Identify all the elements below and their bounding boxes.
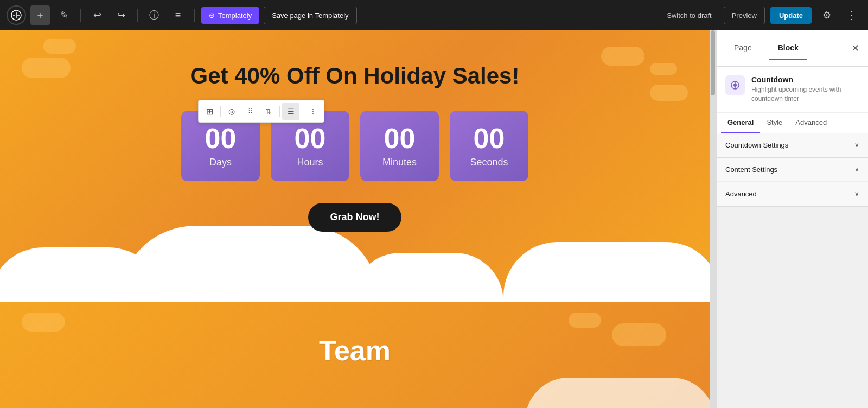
advanced-chevron: ∨	[854, 190, 859, 197]
top-toolbar: ＋ ✎ ↩ ↪ ⓘ ≡ ⊕ Templately Save page in Te…	[0, 0, 868, 30]
preview-button[interactable]: Preview	[724, 7, 765, 24]
info-button[interactable]: ⓘ	[144, 5, 164, 25]
advanced-label: Advanced	[725, 190, 757, 198]
page-content: ⊞ ◎ ⠿ ⇅ ☰	[0, 30, 710, 408]
arrows-icon: ⇅	[265, 107, 272, 116]
s2-deco-cloud-3	[569, 313, 601, 328]
main-area: ⊞ ◎ ⠿ ⇅ ☰	[0, 30, 868, 408]
sidebar-header: Page Block ✕	[717, 30, 868, 67]
float-divider-1	[220, 106, 221, 117]
cloud-bottom-right	[503, 242, 710, 302]
preview-label: Preview	[732, 11, 757, 20]
block-type-icon	[725, 75, 745, 95]
content-settings-chevron: ∨	[854, 165, 859, 173]
list-icon: ≡	[175, 10, 181, 21]
panel-tab-advanced[interactable]: Advanced	[789, 113, 833, 133]
block-info: Countdown Highlight upcoming events with…	[717, 67, 868, 113]
floating-toolbar: ⊞ ◎ ⠿ ⇅ ☰	[198, 100, 324, 123]
float-divider-2	[279, 106, 280, 117]
accordion-advanced: Advanced ∨	[717, 182, 868, 207]
sidebar-close-button[interactable]: ✕	[851, 42, 859, 54]
block-text: Countdown Highlight upcoming events with…	[751, 75, 859, 104]
hours-value: 00	[295, 124, 326, 152]
save-label: Save page in Templately	[272, 11, 348, 20]
templately-label: Templately	[218, 11, 252, 20]
save-page-button[interactable]: Save page in Templately	[264, 7, 356, 24]
block-type-button[interactable]: ⊞	[201, 103, 218, 120]
panel-tab-general[interactable]: General	[721, 113, 760, 133]
advanced-header[interactable]: Advanced ∨	[717, 182, 868, 206]
update-button[interactable]: Update	[770, 7, 812, 24]
team-title: Team	[319, 334, 391, 367]
s2-deco-cloud-2	[612, 323, 666, 346]
toolbar-divider-2	[137, 9, 138, 22]
panel-tab-style[interactable]: Style	[760, 113, 789, 133]
minutes-value: 00	[384, 124, 416, 152]
canvas-wrapper: ⊞ ◎ ⠿ ⇅ ☰	[0, 30, 716, 408]
more-float-button[interactable]: ⋮	[304, 103, 322, 120]
more-float-icon: ⋮	[309, 107, 317, 116]
arrows-button[interactable]: ⇅	[260, 103, 277, 120]
countdown-container: 00 Days 00 Hours 00 Minutes 00	[22, 111, 688, 181]
deco-cloud-3	[43, 39, 76, 54]
seconds-value: 00	[474, 124, 505, 152]
cta-label: Grab Now!	[330, 212, 379, 222]
drag-button[interactable]: ⠿	[241, 103, 259, 120]
countdown-settings-label: Countdown Settings	[725, 141, 788, 149]
switch-draft-button[interactable]: Switch to draft	[660, 7, 718, 24]
target-icon: ◎	[228, 107, 235, 116]
content-settings-label: Content Settings	[725, 165, 777, 174]
toolbar-right: Switch to draft Preview Update ⚙ ⋮	[660, 5, 861, 25]
templately-button[interactable]: ⊕ Templately	[201, 7, 259, 24]
countdown-settings-header[interactable]: Countdown Settings ∨	[717, 133, 868, 157]
tab-block[interactable]: Block	[769, 37, 807, 60]
days-label: Days	[209, 157, 232, 168]
toolbar-divider-3	[194, 9, 195, 22]
hours-label: Hours	[297, 157, 323, 168]
redo-icon: ↪	[117, 9, 125, 21]
settings-button[interactable]: ⚙	[817, 5, 837, 25]
wp-logo[interactable]	[7, 5, 26, 25]
pencil-icon: ✎	[60, 9, 68, 21]
team-section: Team	[0, 302, 710, 408]
countdown-seconds: 00 Seconds	[450, 111, 528, 181]
info-icon: ⓘ	[149, 9, 159, 22]
scrollbar-track[interactable]	[710, 30, 716, 408]
svg-point-2	[733, 84, 737, 87]
cta-button[interactable]: Grab Now!	[308, 203, 401, 232]
tab-page[interactable]: Page	[725, 37, 761, 60]
ellipsis-icon: ⋮	[846, 9, 857, 22]
add-block-button[interactable]: ＋	[30, 5, 50, 25]
drag-icon: ⠿	[248, 107, 252, 115]
countdown-settings-chevron: ∨	[854, 141, 859, 149]
switch-draft-label: Switch to draft	[667, 11, 711, 20]
more-options-button[interactable]: ⋮	[842, 5, 861, 25]
plus-icon: ＋	[35, 9, 45, 22]
sidebar-tabs: Page Block	[725, 37, 807, 60]
editor-canvas: ⊞ ◎ ⠿ ⇅ ☰	[0, 30, 710, 408]
target-button[interactable]: ◎	[223, 103, 240, 120]
list-button[interactable]: ≡	[168, 5, 188, 25]
cloud-bottom-far-right	[352, 253, 503, 302]
float-divider-3	[302, 106, 302, 117]
days-value: 00	[205, 124, 237, 152]
seconds-label: Seconds	[470, 157, 508, 168]
update-label: Update	[779, 11, 803, 20]
right-sidebar: Page Block ✕ Countdown Highlight upcomin…	[716, 30, 868, 408]
align-icon: ☰	[288, 107, 295, 116]
minutes-label: Minutes	[382, 157, 417, 168]
content-settings-header[interactable]: Content Settings ∨	[717, 158, 868, 182]
align-button[interactable]: ☰	[282, 103, 299, 120]
cloud-bottom-center	[119, 226, 380, 302]
hero-section: ⊞ ◎ ⠿ ⇅ ☰	[0, 30, 710, 302]
accordion-countdown-settings: Countdown Settings ∨	[717, 133, 868, 158]
grid-icon: ⊞	[206, 106, 213, 117]
undo-button[interactable]: ↩	[87, 5, 107, 25]
scrollbar-thumb[interactable]	[711, 30, 715, 95]
templately-icon: ⊕	[209, 11, 215, 20]
toolbar-divider	[80, 9, 81, 22]
edit-button[interactable]: ✎	[54, 5, 74, 25]
redo-button[interactable]: ↪	[111, 5, 131, 25]
panel-tabs: General Style Advanced	[717, 113, 868, 133]
accordion-content-settings: Content Settings ∨	[717, 158, 868, 182]
